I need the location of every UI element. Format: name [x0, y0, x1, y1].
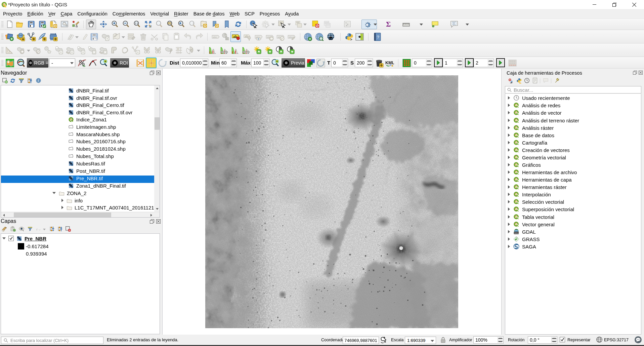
svg-text:?: ?: [377, 35, 379, 40]
svg-text:a: a: [76, 24, 78, 28]
svg-text:KML: KML: [385, 61, 394, 65]
svg-text:GDAL: GDAL: [514, 232, 519, 234]
svg-text:Σ: Σ: [386, 20, 391, 28]
svg-text:T: T: [453, 22, 455, 25]
svg-text:1:1: 1:1: [135, 22, 138, 25]
svg-text:>: >: [350, 38, 352, 41]
svg-text:ε: ε: [36, 227, 38, 231]
svg-text:%: %: [83, 64, 86, 68]
svg-text:i: i: [38, 79, 39, 82]
svg-text:ab: ab: [245, 35, 248, 38]
